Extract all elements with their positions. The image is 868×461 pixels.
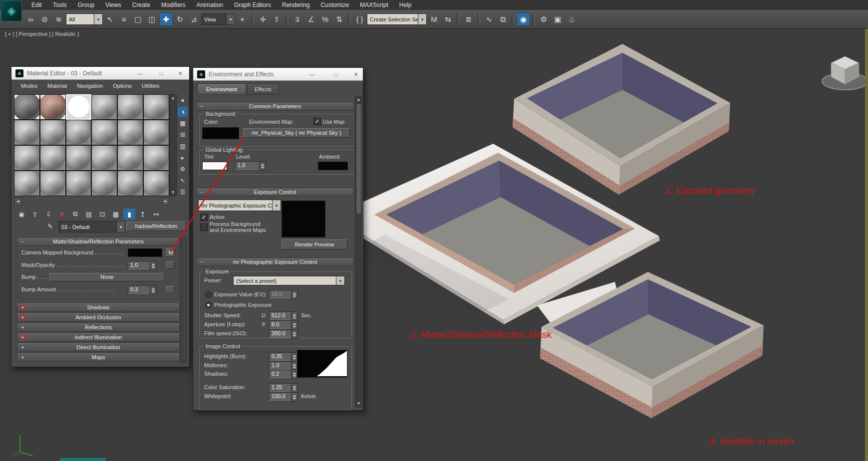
menu-views[interactable]: Views [100, 0, 127, 10]
mirror-icon[interactable]: M [427, 12, 441, 26]
put-to-library-icon[interactable]: ▤ [83, 209, 95, 220]
maximize-icon[interactable]: □ [329, 70, 343, 79]
expand-icon[interactable]: + [20, 354, 25, 360]
material-slot[interactable] [66, 145, 92, 171]
select-object-icon[interactable]: ↖ [103, 12, 117, 26]
material-slot[interactable] [66, 120, 92, 145]
tab-effects[interactable]: Effects [247, 83, 279, 95]
exposure-control-header[interactable]: − Exposure Control [196, 188, 354, 197]
select-and-rotate-icon[interactable]: ↻ [173, 12, 187, 26]
minimize-icon[interactable]: — [305, 70, 319, 79]
exposure-control-dropdown[interactable]: mr Photographic Exposure Contrc ▾ [198, 200, 281, 211]
expand-icon[interactable]: + [20, 314, 25, 320]
schematic-view-icon[interactable]: ⧉ [496, 12, 510, 26]
bump-amount-map-button[interactable] [166, 286, 174, 293]
me-menu-modes[interactable]: Modes [16, 83, 42, 89]
unlink-selection-icon[interactable]: ⊘ [38, 12, 51, 26]
render-preview-button[interactable]: Render Preview [282, 239, 347, 249]
rendered-frame-window-icon[interactable]: ▣ [551, 12, 565, 26]
viewcube[interactable] [822, 56, 868, 90]
rectangular-selection-icon[interactable]: ▢ [131, 12, 145, 26]
me-menu-options[interactable]: Options [108, 83, 136, 89]
scroll-down-icon[interactable]: ▼ [355, 400, 362, 407]
expand-icon[interactable]: + [20, 324, 25, 330]
material-editor-icon[interactable]: ◉ [517, 12, 530, 26]
menu-create[interactable]: Create [127, 0, 156, 10]
menu-edit[interactable]: Edit [26, 0, 47, 10]
material-type-button[interactable]: hadow/Reflection [126, 222, 186, 231]
render-production-icon[interactable]: ♨ [565, 12, 579, 26]
mr-photographic-header[interactable]: − mr Photographic Exposure Control [196, 257, 354, 266]
bump-amount-field[interactable]: 0.3 [128, 285, 151, 294]
material-slot[interactable] [14, 94, 40, 120]
mask-opacity-field[interactable]: 1.0 [128, 261, 151, 269]
params-rollout-header[interactable]: − Matte/Shadow/Reflection Parameters [17, 237, 180, 246]
shutter-spinner[interactable] [291, 311, 298, 321]
material-slot[interactable] [117, 171, 143, 196]
percent-snap-icon[interactable]: % [318, 12, 332, 26]
collapse-icon[interactable]: − [20, 239, 25, 244]
mask-map-button[interactable] [166, 261, 174, 269]
material-slot[interactable] [40, 145, 66, 171]
tint-swatch[interactable] [202, 162, 227, 170]
material-slot[interactable] [91, 145, 117, 171]
environment-scrollbar[interactable]: ▲ ▼ [355, 96, 361, 407]
bump-map-button[interactable]: None [49, 273, 165, 281]
me-menu-navigation[interactable]: Navigation [72, 83, 107, 89]
menu-maxscript[interactable]: MAXScript [354, 0, 394, 10]
sample-tiling-icon[interactable]: ⊞ [178, 130, 188, 140]
select-by-material-icon[interactable]: ↖ [178, 176, 188, 186]
rollout-direct-illumination[interactable]: +Direct Illumination [17, 342, 180, 352]
rollout-indirect-illumination[interactable]: +Indirect Illumination [17, 332, 180, 342]
mask-opacity-spinner[interactable] [150, 261, 157, 270]
spinner-snap-icon[interactable]: ⇅ [332, 12, 346, 26]
collapse-icon[interactable]: − [199, 104, 205, 109]
rollout-ambient-occlusion[interactable]: +Ambient Occlusion [17, 312, 180, 322]
material-slot[interactable] [14, 171, 40, 196]
select-and-manipulate-icon[interactable]: ✛ [256, 12, 270, 26]
backlight-icon[interactable]: ◑ [178, 107, 188, 117]
render-setup-icon[interactable]: ⚙ [537, 12, 551, 26]
bump-amount-spinner[interactable] [150, 285, 157, 295]
pick-material-eyedropper-icon[interactable]: ✎ [47, 223, 53, 230]
edit-named-selections-icon[interactable]: { } [353, 12, 366, 26]
material-slot[interactable] [143, 171, 169, 196]
film-speed-spinner[interactable] [291, 329, 298, 339]
photographic-radio[interactable] [205, 302, 212, 308]
menu-tools[interactable]: Tools [47, 0, 72, 10]
ev-radio[interactable] [205, 291, 212, 298]
maximize-icon[interactable]: □ [154, 69, 168, 78]
selection-filter-dropdown[interactable]: All▾ [66, 13, 103, 25]
material-slot[interactable] [117, 145, 143, 171]
layer-manager-icon[interactable]: ≣ [462, 12, 475, 26]
material-map-navigator-icon[interactable]: ☰ [178, 187, 188, 197]
material-slot[interactable] [40, 120, 66, 145]
film-speed-field[interactable]: 200.0 [269, 329, 292, 338]
go-to-parent-icon[interactable]: ↥ [137, 209, 149, 220]
whitepoint-field[interactable]: 100.0 [269, 392, 292, 401]
material-slot[interactable] [40, 171, 66, 196]
make-material-copy-icon[interactable]: ⧉ [69, 209, 81, 220]
show-map-in-viewport-icon[interactable]: ▦ [110, 209, 122, 220]
active-checkbox[interactable]: ✓ [200, 214, 208, 221]
snaps-toggle-icon[interactable]: 3 [290, 12, 304, 26]
named-selection-sets-dropdown[interactable]: Create Selection Se▾ [367, 13, 427, 25]
environment-map-button[interactable]: mr_Physical_Sky ( mr Physical Sky ) [243, 128, 350, 138]
material-slot[interactable] [14, 145, 40, 171]
material-slot[interactable] [143, 94, 169, 120]
scrollbar-thumb[interactable] [356, 103, 361, 214]
expand-icon[interactable]: + [20, 334, 25, 340]
menu-modifiers[interactable]: Modifiers [156, 0, 191, 10]
menu-customize[interactable]: Customize [315, 0, 354, 10]
shadows-field[interactable]: 0.2 [269, 370, 292, 378]
ev-spinner[interactable] [291, 290, 298, 299]
show-end-result-icon[interactable]: ▮ [123, 209, 135, 220]
highlights-field[interactable]: 0.25 [269, 352, 292, 361]
menu-help[interactable]: Help [394, 0, 417, 10]
rollout-maps[interactable]: +Maps [17, 352, 180, 362]
material-id-channel-icon[interactable]: ⊡ [96, 209, 108, 220]
video-color-check-icon[interactable]: ▥ [178, 141, 188, 151]
aperture-field[interactable]: 8.0 [269, 320, 292, 329]
color-saturation-spinner[interactable] [291, 383, 298, 393]
ev-field[interactable]: 16.0 [269, 290, 292, 298]
